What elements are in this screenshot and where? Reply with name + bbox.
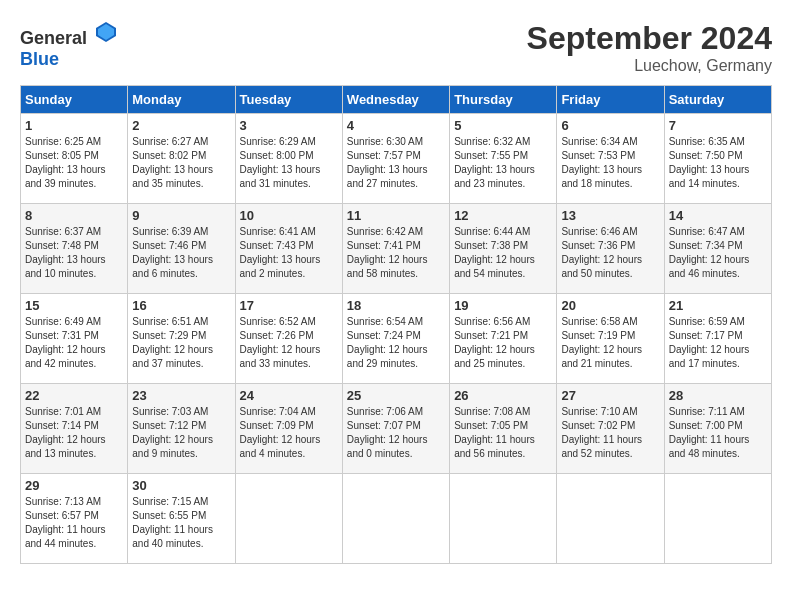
day-info: Sunrise: 6:32 AMSunset: 7:55 PMDaylight:… xyxy=(454,135,552,191)
day-number: 4 xyxy=(347,118,445,133)
week-row-3: 15Sunrise: 6:49 AMSunset: 7:31 PMDayligh… xyxy=(21,294,772,384)
week-row-2: 8Sunrise: 6:37 AMSunset: 7:48 PMDaylight… xyxy=(21,204,772,294)
day-info: Sunrise: 7:06 AMSunset: 7:07 PMDaylight:… xyxy=(347,405,445,461)
calendar-cell: 2Sunrise: 6:27 AMSunset: 8:02 PMDaylight… xyxy=(128,114,235,204)
weekday-header-sunday: Sunday xyxy=(21,86,128,114)
day-number: 17 xyxy=(240,298,338,313)
calendar-cell: 28Sunrise: 7:11 AMSunset: 7:00 PMDayligh… xyxy=(664,384,771,474)
calendar-cell: 30Sunrise: 7:15 AMSunset: 6:55 PMDayligh… xyxy=(128,474,235,564)
day-info: Sunrise: 6:29 AMSunset: 8:00 PMDaylight:… xyxy=(240,135,338,191)
calendar-cell: 1Sunrise: 6:25 AMSunset: 8:05 PMDaylight… xyxy=(21,114,128,204)
page-header: General Blue September 2024 Luechow, Ger… xyxy=(20,20,772,75)
day-info: Sunrise: 6:56 AMSunset: 7:21 PMDaylight:… xyxy=(454,315,552,371)
calendar-cell xyxy=(557,474,664,564)
calendar-cell: 17Sunrise: 6:52 AMSunset: 7:26 PMDayligh… xyxy=(235,294,342,384)
day-info: Sunrise: 7:03 AMSunset: 7:12 PMDaylight:… xyxy=(132,405,230,461)
week-row-1: 1Sunrise: 6:25 AMSunset: 8:05 PMDaylight… xyxy=(21,114,772,204)
calendar-cell xyxy=(664,474,771,564)
day-info: Sunrise: 7:08 AMSunset: 7:05 PMDaylight:… xyxy=(454,405,552,461)
day-number: 30 xyxy=(132,478,230,493)
day-info: Sunrise: 6:58 AMSunset: 7:19 PMDaylight:… xyxy=(561,315,659,371)
calendar-cell xyxy=(235,474,342,564)
calendar-cell: 11Sunrise: 6:42 AMSunset: 7:41 PMDayligh… xyxy=(342,204,449,294)
calendar-table: SundayMondayTuesdayWednesdayThursdayFrid… xyxy=(20,85,772,564)
day-info: Sunrise: 6:54 AMSunset: 7:24 PMDaylight:… xyxy=(347,315,445,371)
day-info: Sunrise: 6:49 AMSunset: 7:31 PMDaylight:… xyxy=(25,315,123,371)
calendar-cell: 20Sunrise: 6:58 AMSunset: 7:19 PMDayligh… xyxy=(557,294,664,384)
calendar-cell: 25Sunrise: 7:06 AMSunset: 7:07 PMDayligh… xyxy=(342,384,449,474)
calendar-cell: 6Sunrise: 6:34 AMSunset: 7:53 PMDaylight… xyxy=(557,114,664,204)
weekday-header-monday: Monday xyxy=(128,86,235,114)
calendar-cell xyxy=(450,474,557,564)
day-number: 13 xyxy=(561,208,659,223)
calendar-cell: 24Sunrise: 7:04 AMSunset: 7:09 PMDayligh… xyxy=(235,384,342,474)
calendar-cell: 8Sunrise: 6:37 AMSunset: 7:48 PMDaylight… xyxy=(21,204,128,294)
calendar-cell: 14Sunrise: 6:47 AMSunset: 7:34 PMDayligh… xyxy=(664,204,771,294)
day-number: 5 xyxy=(454,118,552,133)
day-number: 12 xyxy=(454,208,552,223)
calendar-cell: 23Sunrise: 7:03 AMSunset: 7:12 PMDayligh… xyxy=(128,384,235,474)
calendar-cell: 21Sunrise: 6:59 AMSunset: 7:17 PMDayligh… xyxy=(664,294,771,384)
day-info: Sunrise: 6:27 AMSunset: 8:02 PMDaylight:… xyxy=(132,135,230,191)
weekday-header-tuesday: Tuesday xyxy=(235,86,342,114)
day-number: 23 xyxy=(132,388,230,403)
day-number: 6 xyxy=(561,118,659,133)
day-info: Sunrise: 6:59 AMSunset: 7:17 PMDaylight:… xyxy=(669,315,767,371)
day-number: 10 xyxy=(240,208,338,223)
day-number: 9 xyxy=(132,208,230,223)
day-info: Sunrise: 7:01 AMSunset: 7:14 PMDaylight:… xyxy=(25,405,123,461)
logo-blue: Blue xyxy=(20,49,59,69)
day-info: Sunrise: 6:41 AMSunset: 7:43 PMDaylight:… xyxy=(240,225,338,281)
day-info: Sunrise: 6:35 AMSunset: 7:50 PMDaylight:… xyxy=(669,135,767,191)
day-number: 16 xyxy=(132,298,230,313)
day-info: Sunrise: 6:46 AMSunset: 7:36 PMDaylight:… xyxy=(561,225,659,281)
day-number: 19 xyxy=(454,298,552,313)
day-number: 11 xyxy=(347,208,445,223)
day-number: 21 xyxy=(669,298,767,313)
day-info: Sunrise: 7:10 AMSunset: 7:02 PMDaylight:… xyxy=(561,405,659,461)
day-number: 18 xyxy=(347,298,445,313)
weekday-header-row: SundayMondayTuesdayWednesdayThursdayFrid… xyxy=(21,86,772,114)
month-title: September 2024 xyxy=(527,20,772,57)
logo-icon xyxy=(94,20,118,44)
day-info: Sunrise: 6:39 AMSunset: 7:46 PMDaylight:… xyxy=(132,225,230,281)
day-info: Sunrise: 6:30 AMSunset: 7:57 PMDaylight:… xyxy=(347,135,445,191)
calendar-cell: 18Sunrise: 6:54 AMSunset: 7:24 PMDayligh… xyxy=(342,294,449,384)
day-info: Sunrise: 7:13 AMSunset: 6:57 PMDaylight:… xyxy=(25,495,123,551)
weekday-header-saturday: Saturday xyxy=(664,86,771,114)
day-info: Sunrise: 6:44 AMSunset: 7:38 PMDaylight:… xyxy=(454,225,552,281)
calendar-cell: 13Sunrise: 6:46 AMSunset: 7:36 PMDayligh… xyxy=(557,204,664,294)
day-number: 28 xyxy=(669,388,767,403)
week-row-4: 22Sunrise: 7:01 AMSunset: 7:14 PMDayligh… xyxy=(21,384,772,474)
day-number: 25 xyxy=(347,388,445,403)
calendar-cell: 19Sunrise: 6:56 AMSunset: 7:21 PMDayligh… xyxy=(450,294,557,384)
day-number: 22 xyxy=(25,388,123,403)
day-number: 3 xyxy=(240,118,338,133)
day-info: Sunrise: 7:15 AMSunset: 6:55 PMDaylight:… xyxy=(132,495,230,551)
weekday-header-friday: Friday xyxy=(557,86,664,114)
day-info: Sunrise: 7:11 AMSunset: 7:00 PMDaylight:… xyxy=(669,405,767,461)
calendar-cell: 3Sunrise: 6:29 AMSunset: 8:00 PMDaylight… xyxy=(235,114,342,204)
location-title: Luechow, Germany xyxy=(527,57,772,75)
calendar-cell: 29Sunrise: 7:13 AMSunset: 6:57 PMDayligh… xyxy=(21,474,128,564)
day-info: Sunrise: 6:52 AMSunset: 7:26 PMDaylight:… xyxy=(240,315,338,371)
calendar-cell: 7Sunrise: 6:35 AMSunset: 7:50 PMDaylight… xyxy=(664,114,771,204)
day-number: 26 xyxy=(454,388,552,403)
calendar-cell: 27Sunrise: 7:10 AMSunset: 7:02 PMDayligh… xyxy=(557,384,664,474)
day-number: 24 xyxy=(240,388,338,403)
calendar-cell: 5Sunrise: 6:32 AMSunset: 7:55 PMDaylight… xyxy=(450,114,557,204)
calendar-cell: 12Sunrise: 6:44 AMSunset: 7:38 PMDayligh… xyxy=(450,204,557,294)
title-area: September 2024 Luechow, Germany xyxy=(527,20,772,75)
calendar-cell: 26Sunrise: 7:08 AMSunset: 7:05 PMDayligh… xyxy=(450,384,557,474)
logo: General Blue xyxy=(20,20,118,70)
day-info: Sunrise: 6:37 AMSunset: 7:48 PMDaylight:… xyxy=(25,225,123,281)
day-number: 27 xyxy=(561,388,659,403)
day-number: 20 xyxy=(561,298,659,313)
week-row-5: 29Sunrise: 7:13 AMSunset: 6:57 PMDayligh… xyxy=(21,474,772,564)
weekday-header-thursday: Thursday xyxy=(450,86,557,114)
day-number: 2 xyxy=(132,118,230,133)
day-number: 8 xyxy=(25,208,123,223)
calendar-cell: 16Sunrise: 6:51 AMSunset: 7:29 PMDayligh… xyxy=(128,294,235,384)
day-info: Sunrise: 6:51 AMSunset: 7:29 PMDaylight:… xyxy=(132,315,230,371)
day-info: Sunrise: 6:25 AMSunset: 8:05 PMDaylight:… xyxy=(25,135,123,191)
